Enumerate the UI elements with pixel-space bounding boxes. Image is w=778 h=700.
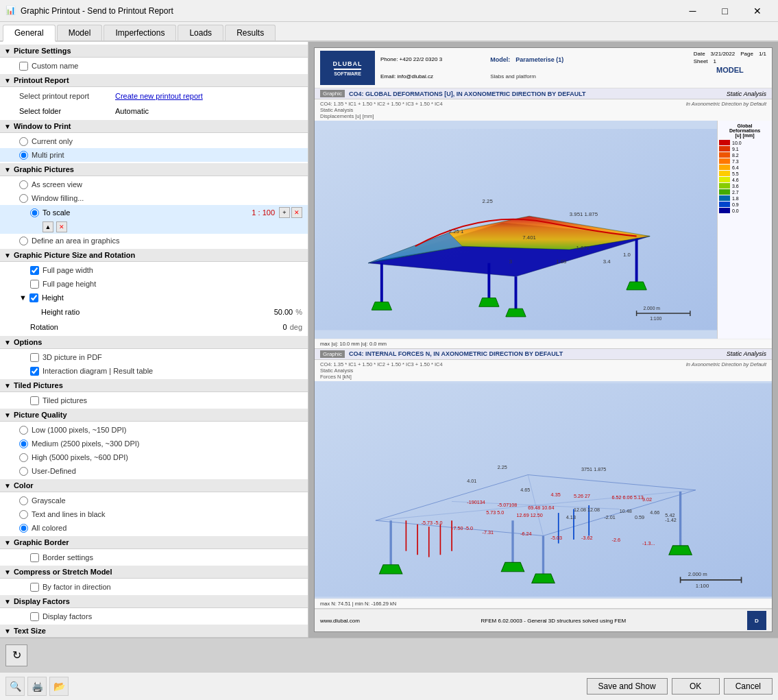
quality-user-label[interactable]: User-Defined [32,467,76,475]
by-factor-checkbox[interactable] [30,583,39,592]
quality-high-label[interactable]: High (5000 pixels, ~600 DPI) [32,453,128,461]
by-factor-label[interactable]: By factor in direction [42,583,111,591]
display-factors-checkbox[interactable] [30,612,39,621]
section-picture-quality[interactable]: ▼ Picture Quality [0,409,308,422]
current-only-label[interactable]: Current only [32,137,73,145]
svg-text:2.000 m: 2.000 m [688,571,707,577]
size-rotation-content: Full page width Full page height ▼ Heigh… [0,262,308,336]
window-filling-label[interactable]: Window filling... [32,194,84,202]
scale-action-2[interactable]: ✕ [56,221,67,232]
section-size-rotation[interactable]: ▼ Graphic Picture Size and Rotation [0,249,308,262]
multi-print-radio[interactable] [19,151,28,160]
section-label: Graphic Pictures [14,165,74,173]
section-display-factors[interactable]: ▼ Display Factors [0,595,308,608]
quality-low-radio[interactable] [19,426,28,435]
height-label[interactable]: Height [42,293,64,302]
title-bar: 📊 Graphic Printout - Send to Printout Re… [0,0,778,22]
folder-icon-button[interactable]: 📂 [49,677,69,696]
full-page-height-checkbox[interactable] [30,280,39,289]
define-area-radio[interactable] [19,237,28,245]
svg-text:4.01: 4.01 [467,477,476,483]
all-colored-radio[interactable] [19,524,28,533]
refresh-button[interactable]: ↻ [5,644,27,666]
multi-print-label[interactable]: Multi print [32,151,64,159]
quality-high-radio[interactable] [19,453,28,462]
header-page-info: Date 3/21/2022 Page 1/1 Sheet 1 MODEL [694,51,766,85]
pdf-3d-label[interactable]: 3D picture in PDF [42,353,102,361]
black-lines-label[interactable]: Text and lines in black [32,510,106,518]
section-picture-settings[interactable]: ▼ Picture Settings [0,45,308,58]
black-lines-radio[interactable] [19,510,28,519]
select-report-label: Select printout report [19,92,115,100]
close-button[interactable]: ✕ [742,1,773,21]
scale-dec-button[interactable]: ✕ [291,207,302,218]
section-text-size[interactable]: ▼ Text Size [0,625,308,638]
svg-text:12.08 12.08: 12.08 12.08 [574,506,600,512]
quality-low-label[interactable]: Low (1000 pixels, ~150 DPI) [32,426,127,434]
sheet-value: 1 [714,58,716,64]
save-show-button[interactable]: Save and Show [587,678,668,695]
print-icon-button[interactable]: 🖨️ [27,677,47,696]
tab-imperfections[interactable]: Imperfections [104,25,176,40]
window-filling-radio[interactable] [19,194,28,203]
scale-inc-button[interactable]: + [279,207,290,218]
create-report-link[interactable]: Create new printout report [115,92,203,100]
section-options[interactable]: ▼ Options [0,336,308,349]
full-page-height-label[interactable]: Full page height [42,280,96,288]
scale-action-1[interactable]: ▲ [42,221,53,232]
height-checkbox[interactable] [29,293,38,302]
full-page-width-label[interactable]: Full page width [42,266,93,274]
all-colored-label[interactable]: All colored [32,524,66,532]
custom-name-checkbox[interactable] [19,62,28,71]
quality-medium-label[interactable]: Medium (2500 pixels, ~300 DPI) [32,439,139,448]
ok-button[interactable]: OK [672,678,720,695]
maximize-button[interactable]: □ [709,1,740,21]
as-screen-radio[interactable] [19,180,28,189]
quality-user-radio[interactable] [19,467,28,476]
search-icon-button[interactable]: 🔍 [5,677,25,696]
section-tiled-pictures[interactable]: ▼ Tiled Pictures [0,379,308,392]
full-page-width-checkbox[interactable] [30,266,39,275]
tab-results[interactable]: Results [225,25,276,40]
color-content: Grayscale Text and lines in black All co… [0,492,308,536]
svg-marker-18 [479,298,499,307]
define-area-row: Define an area in graphics [0,234,308,248]
to-scale-label[interactable]: To scale [42,208,241,217]
tiled-label[interactable]: Tiled pictures [42,396,87,405]
interaction-label[interactable]: Interaction diagram | Result table [42,367,153,375]
tiled-checkbox[interactable] [30,396,39,405]
grayscale-radio[interactable] [19,496,28,505]
quality-medium-radio[interactable] [19,439,28,448]
svg-text:0.59: 0.59 [635,514,644,520]
printout-report-content: Select printout report Create new printo… [0,87,308,120]
custom-name-label[interactable]: Custom name [32,62,78,70]
rotation-value: 0 [283,323,287,331]
tab-loads[interactable]: Loads [178,25,223,40]
minimize-button[interactable]: ─ [677,1,708,21]
preview-document: DLUBAL SOFTWARE Phone: +420 22/2 0320 3 … [314,47,773,632]
as-screen-label[interactable]: As screen view [32,180,82,189]
section-label: Printout Report [14,76,69,84]
border-settings-label[interactable]: Border settings [42,553,93,562]
section-compress-stretch[interactable]: ▼ Compress or Stretch Model [0,566,308,579]
border-settings-checkbox[interactable] [30,553,39,562]
graphic-1-body: 2.25 3.951 1.875 2.25 1 7.401 1.672 1.0 … [315,121,772,339]
grayscale-label[interactable]: Grayscale [32,496,66,505]
section-printout-report[interactable]: ▼ Printout Report [0,74,308,87]
toggle-icon: ▼ [4,411,11,419]
tab-general[interactable]: General [3,25,56,42]
interaction-checkbox[interactable] [30,367,39,376]
pdf-3d-checkbox[interactable] [30,353,39,362]
to-scale-radio[interactable] [30,208,39,217]
tab-model[interactable]: Model [57,25,103,40]
section-graphic-border[interactable]: ▼ Graphic Border [0,536,308,549]
full-page-width-row: Full page width [0,263,308,277]
section-window-to-print[interactable]: ▼ Window to Print [0,120,308,133]
display-factors-label[interactable]: Display factors [42,612,92,620]
cancel-button[interactable]: Cancel [724,678,773,695]
section-color[interactable]: ▼ Color [0,479,308,492]
section-graphic-pictures[interactable]: ▼ Graphic Pictures [0,163,308,176]
current-only-radio[interactable] [19,137,28,146]
toggle-icon: ▼ [4,598,11,605]
define-area-label[interactable]: Define an area in graphics [32,237,119,245]
